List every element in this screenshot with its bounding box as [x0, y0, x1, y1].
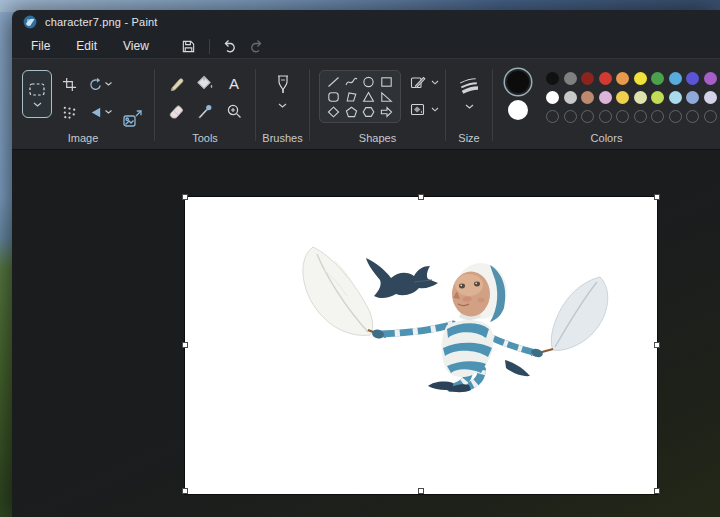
size-section-label: Size — [446, 132, 492, 144]
palette-color-swatch[interactable] — [616, 72, 629, 85]
shape-triangle-button[interactable] — [360, 89, 378, 104]
tools-grid: A — [165, 72, 245, 122]
canvas-image — [185, 197, 657, 494]
ellipse-shape-icon — [362, 76, 375, 88]
shape-line-button[interactable] — [325, 74, 343, 89]
fill-bucket-icon — [196, 74, 214, 92]
shape-curve-button[interactable] — [343, 74, 361, 89]
eyedropper-icon — [197, 103, 214, 120]
shape-ellipse-button[interactable] — [360, 74, 378, 89]
flip-icon — [88, 105, 103, 120]
canvas-area[interactable] — [12, 150, 720, 517]
shape-outline-button[interactable] — [410, 74, 439, 90]
chevron-down-icon — [105, 110, 112, 114]
palette-color-swatch[interactable] — [669, 72, 682, 85]
image-section: Image — [12, 59, 154, 149]
shape-hexagon-button[interactable] — [360, 104, 378, 119]
selection-handle-bottom-right[interactable] — [654, 488, 660, 494]
shape-diamond-button[interactable] — [325, 104, 343, 119]
rotate-button[interactable] — [88, 73, 114, 95]
shape-rectangle-button[interactable] — [378, 74, 396, 89]
palette-color-swatch[interactable] — [599, 72, 612, 85]
size-section[interactable]: Size — [446, 59, 492, 149]
palette-color-swatch[interactable] — [546, 91, 559, 104]
palette-color-swatch[interactable] — [634, 91, 647, 104]
selection-handle-top-right[interactable] — [654, 194, 660, 200]
palette-empty-swatch[interactable] — [634, 110, 647, 123]
crop-button[interactable] — [62, 73, 82, 95]
canvas[interactable] — [185, 197, 657, 494]
menu-view[interactable]: View — [110, 36, 162, 56]
menu-edit[interactable]: Edit — [63, 36, 110, 56]
chevron-down-icon — [105, 82, 112, 86]
palette-empty-swatch[interactable] — [546, 110, 559, 123]
color2-swatch[interactable] — [508, 100, 528, 120]
titlebar: character7.png - Paint — [12, 10, 720, 34]
palette-color-swatch[interactable] — [581, 91, 594, 104]
eraser-tool-button[interactable] — [165, 100, 187, 122]
redo-button[interactable] — [243, 36, 269, 56]
flip-button[interactable] — [88, 101, 114, 123]
palette-color-swatch[interactable] — [669, 91, 682, 104]
paint-window: character7.png - Paint File Edit View — [12, 10, 720, 517]
line-shape-icon — [327, 76, 340, 88]
palette-color-swatch[interactable] — [546, 72, 559, 85]
brush-icon — [275, 74, 291, 96]
selection-handle-middle-left[interactable] — [182, 342, 188, 348]
fill-tool-button[interactable] — [194, 72, 216, 94]
resize-button[interactable] — [62, 101, 82, 123]
palette-color-swatch[interactable] — [686, 72, 699, 85]
palette-empty-swatch[interactable] — [581, 110, 594, 123]
shape-fill-button[interactable] — [410, 101, 439, 117]
shape-pentagon-button[interactable] — [343, 104, 361, 119]
palette-empty-swatch[interactable] — [599, 110, 612, 123]
shape-polygon-button[interactable] — [343, 89, 361, 104]
select-tool-button[interactable] — [22, 70, 52, 118]
color-palette — [546, 72, 717, 123]
palette-color-swatch[interactable] — [651, 91, 664, 104]
palette-color-swatch[interactable] — [686, 91, 699, 104]
palette-empty-swatch[interactable] — [669, 110, 682, 123]
palette-color-swatch[interactable] — [581, 72, 594, 85]
palette-empty-swatch[interactable] — [704, 110, 717, 123]
paint-app-icon — [23, 15, 37, 29]
palette-color-swatch[interactable] — [634, 72, 647, 85]
colors-section-label: Colors — [493, 132, 720, 144]
palette-color-swatch[interactable] — [599, 91, 612, 104]
shape-arrow-button[interactable] — [378, 104, 396, 119]
palette-color-swatch[interactable] — [704, 91, 717, 104]
pencil-tool-button[interactable] — [165, 72, 187, 94]
pencil-icon — [168, 75, 185, 92]
text-tool-button[interactable]: A — [223, 72, 245, 94]
palette-empty-swatch[interactable] — [616, 110, 629, 123]
brushes-section[interactable]: Brushes — [256, 59, 309, 149]
size-icon — [458, 76, 480, 95]
color1-swatch[interactable] — [507, 71, 529, 93]
undo-button[interactable] — [217, 36, 243, 56]
palette-color-swatch[interactable] — [616, 91, 629, 104]
magnifier-tool-button[interactable] — [223, 100, 245, 122]
chevron-down-icon — [431, 107, 439, 112]
selection-handle-bottom-middle[interactable] — [418, 488, 424, 494]
selection-handle-top-left[interactable] — [182, 194, 188, 200]
palette-empty-swatch[interactable] — [686, 110, 699, 123]
selection-handle-middle-right[interactable] — [654, 342, 660, 348]
menu-file[interactable]: File — [18, 36, 63, 56]
shape-right-triangle-button[interactable] — [378, 89, 396, 104]
selection-handle-top-middle[interactable] — [418, 194, 424, 200]
shape-rounded-rectangle-button[interactable] — [325, 89, 343, 104]
selection-handle-bottom-left[interactable] — [182, 488, 188, 494]
palette-color-swatch[interactable] — [651, 72, 664, 85]
menubar-separator — [209, 39, 210, 54]
palette-empty-swatch[interactable] — [564, 110, 577, 123]
palette-color-swatch[interactable] — [564, 72, 577, 85]
save-button[interactable] — [176, 36, 202, 56]
brushes-section-label: Brushes — [256, 132, 309, 144]
triangle-shape-icon — [362, 91, 375, 103]
diamond-shape-icon — [327, 106, 340, 118]
color-picker-tool-button[interactable] — [194, 100, 216, 122]
palette-empty-swatch[interactable] — [651, 110, 664, 123]
palette-color-swatch[interactable] — [564, 91, 577, 104]
palette-color-swatch[interactable] — [704, 72, 717, 85]
crop-icon — [62, 77, 77, 92]
